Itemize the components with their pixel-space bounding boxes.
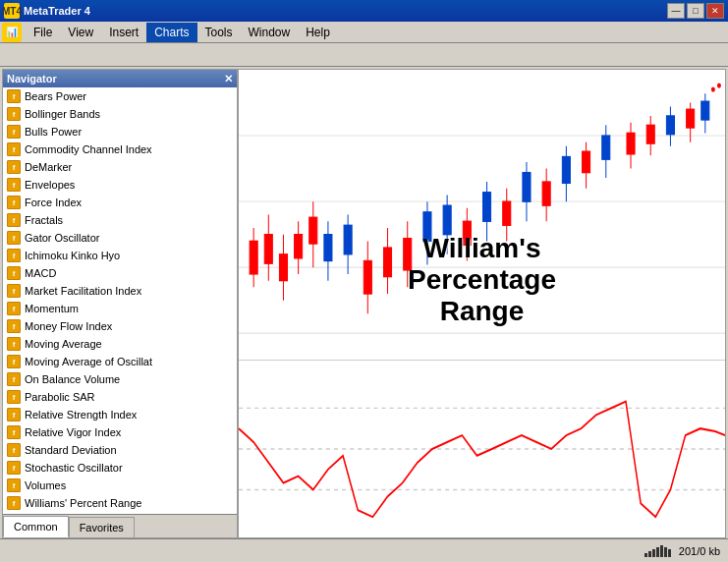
nav-item-label-gator-oscillator: Gator Oscillator — [25, 232, 99, 244]
nav-item-icon-volumes: f — [7, 478, 21, 492]
svg-point-54 — [711, 86, 715, 91]
navigator-list[interactable]: fBears PowerfBollinger BandsfBulls Power… — [3, 87, 237, 514]
nav-item-label-moving-average-oscillat: Moving Average of Oscillat — [25, 356, 152, 367]
nav-item-demarker[interactable]: fDeMarker — [3, 158, 237, 176]
nav-item-parabolic-sar[interactable]: fParabolic SAR — [3, 388, 237, 406]
nav-item-label-momentum: Momentum — [25, 303, 79, 314]
nav-item-icon-demarker: f — [7, 160, 21, 174]
nav-item-gator-oscillator[interactable]: fGator Oscillator — [3, 229, 237, 247]
memory-status: 201/0 kb — [679, 545, 720, 557]
nav-item-label-bears-power: Bears Power — [25, 90, 86, 102]
minimize-button[interactable]: — — [667, 3, 685, 19]
nav-item-icon-force-index: f — [7, 196, 21, 209]
svg-rect-11 — [295, 235, 303, 258]
maximize-button[interactable]: □ — [687, 3, 704, 19]
navigator-header: Navigator ✕ — [3, 70, 237, 87]
nav-item-label-relative-vigor-index: Relative Vigor Index — [25, 426, 121, 438]
nav-item-relative-vigor-index[interactable]: fRelative Vigor Index — [3, 423, 237, 441]
svg-rect-9 — [279, 254, 287, 281]
nav-item-icon-commodity-channel-index: f — [7, 142, 21, 156]
nav-item-label-ichimoku-kinko-hyo: Ichimoku Kinko Hyo — [25, 250, 120, 261]
svg-rect-43 — [483, 193, 491, 222]
nav-item-market-facilitation-index[interactable]: fMarket Facilitation Index — [3, 282, 237, 300]
nav-item-label-stochastic-oscillator: Stochastic Oscillator — [25, 462, 123, 474]
nav-item-label-bollinger-bands: Bollinger Bands — [25, 108, 100, 120]
nav-item-icon-bears-power: f — [7, 89, 21, 103]
nav-item-standard-deviation[interactable]: fStandard Deviation — [3, 441, 237, 459]
menu-window[interactable]: Window — [241, 23, 299, 42]
nav-item-bulls-power[interactable]: fBulls Power — [3, 123, 237, 140]
nav-item-bears-power[interactable]: fBears Power — [3, 87, 237, 105]
status-bars-icon — [644, 545, 671, 557]
nav-item-force-index[interactable]: fForce Index — [3, 194, 237, 211]
chart-area[interactable]: William's Percentage Range — [238, 69, 726, 538]
menu-help[interactable]: Help — [298, 23, 338, 42]
nav-item-icon-market-facilitation-index: f — [7, 284, 21, 298]
nav-item-money-flow-index[interactable]: fMoney Flow Index — [3, 317, 237, 335]
app-menu-icon: 📊 — [2, 23, 22, 42]
nav-item-moving-average-oscillat[interactable]: fMoving Average of Oscillat — [3, 353, 237, 370]
nav-item-icon-moving-average-oscillat: f — [7, 355, 21, 368]
nav-item-label-moving-average: Moving Average — [25, 338, 102, 350]
nav-item-bollinger-bands[interactable]: fBollinger Bands — [3, 105, 237, 123]
nav-item-momentum[interactable]: fMomentum — [3, 300, 237, 317]
navigator-tabs: Common Favorites — [3, 514, 237, 537]
menu-charts[interactable]: Charts — [146, 23, 196, 42]
svg-rect-19 — [404, 239, 412, 270]
main-content: Navigator ✕ fBears PowerfBollinger Bands… — [0, 67, 728, 538]
nav-item-williams-percent-range[interactable]: fWilliams' Percent Range — [3, 494, 237, 512]
nav-item-ichimoku-kinko-hyo[interactable]: fIchimoku Kinko Hyo — [3, 247, 237, 264]
nav-item-label-williams-percent-range: Williams' Percent Range — [25, 497, 141, 509]
svg-rect-29 — [627, 133, 635, 153]
nav-item-icon-relative-vigor-index: f — [7, 425, 21, 439]
nav-item-on-balance-volume[interactable]: fOn Balance Volume — [3, 370, 237, 388]
nav-item-stochastic-oscillator[interactable]: fStochastic Oscillator — [3, 459, 237, 477]
close-button[interactable]: ✕ — [706, 3, 724, 19]
nav-item-icon-fractals: f — [7, 213, 21, 227]
nav-item-label-force-index: Force Index — [25, 197, 82, 208]
nav-item-commodity-channel-index[interactable]: fCommodity Channel Index — [3, 140, 237, 158]
svg-rect-13 — [309, 217, 317, 244]
menu-view[interactable]: View — [60, 23, 101, 42]
svg-rect-47 — [562, 157, 570, 184]
nav-item-volumes[interactable]: fVolumes — [3, 477, 237, 494]
svg-rect-7 — [264, 235, 272, 264]
nav-item-envelopes[interactable]: fEnvelopes — [3, 176, 237, 194]
nav-item-icon-williams-percent-range: f — [7, 496, 21, 510]
nav-item-icon-standard-deviation: f — [7, 443, 21, 457]
nav-item-icon-bulls-power: f — [7, 125, 21, 139]
nav-item-icon-envelopes: f — [7, 178, 21, 192]
svg-rect-31 — [646, 125, 654, 143]
toolbar — [0, 43, 728, 67]
svg-rect-15 — [364, 261, 371, 295]
svg-rect-17 — [383, 248, 391, 277]
nav-item-icon-ichimoku-kinko-hyo: f — [7, 249, 21, 262]
nav-item-moving-average[interactable]: fMoving Average — [3, 335, 237, 353]
nav-item-icon-gator-oscillator: f — [7, 231, 21, 245]
navigator-close-button[interactable]: ✕ — [224, 73, 233, 85]
nav-item-label-market-facilitation-index: Market Facilitation Index — [25, 285, 141, 297]
nav-item-label-relative-strength-index: Relative Strength Index — [25, 409, 137, 421]
navigator-panel: Navigator ✕ fBears PowerfBollinger Bands… — [2, 69, 238, 538]
tab-favorites[interactable]: Favorites — [69, 517, 135, 537]
nav-item-label-money-flow-index: Money Flow Index — [25, 320, 112, 332]
window-title: MetaTrader 4 — [24, 5, 90, 17]
menu-bar: 📊 File View Insert Charts Tools Window H… — [0, 22, 728, 43]
nav-item-macd[interactable]: fMACD — [3, 264, 237, 282]
nav-item-icon-momentum: f — [7, 302, 21, 315]
menu-tools[interactable]: Tools — [197, 23, 241, 42]
nav-item-label-macd: MACD — [25, 267, 56, 279]
nav-item-label-parabolic-sar: Parabolic SAR — [25, 391, 95, 403]
svg-rect-53 — [701, 101, 709, 120]
window-controls: — □ ✕ — [667, 3, 724, 19]
tab-common[interactable]: Common — [3, 516, 69, 537]
svg-point-55 — [717, 83, 721, 87]
menu-file[interactable]: File — [26, 23, 60, 42]
svg-rect-33 — [687, 109, 695, 128]
menu-insert[interactable]: Insert — [101, 23, 146, 42]
nav-item-relative-strength-index[interactable]: fRelative Strength Index — [3, 406, 237, 423]
nav-item-fractals[interactable]: fFractals — [3, 211, 237, 229]
nav-item-icon-bollinger-bands: f — [7, 107, 21, 121]
nav-item-label-commodity-channel-index: Commodity Channel Index — [25, 143, 152, 155]
svg-rect-51 — [666, 116, 674, 135]
